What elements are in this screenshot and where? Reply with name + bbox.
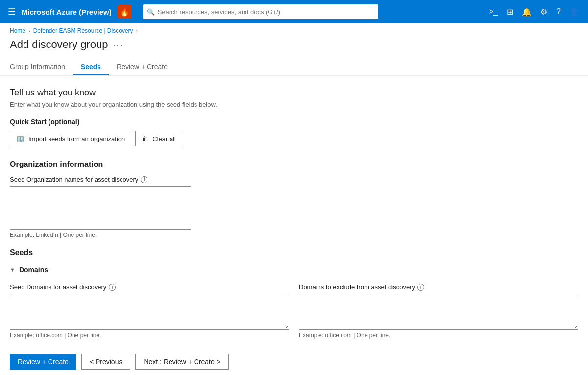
page-header: Add discovery group ··· [0,38,588,59]
top-navigation: ☰ Microsoft Azure (Preview) 🔥 🔍 >_ ⊞ 🔔 ⚙… [0,0,588,23]
trash-icon: 🗑 [142,135,148,142]
search-input[interactable] [158,8,374,16]
app-icon: 🔥 [118,5,131,19]
seed-domains-hint: Example: office.com | One per line. [10,332,289,339]
domains-content: Seed Domains for asset discovery i Examp… [10,276,578,348]
exclude-domains-hint: Example: office.com | One per line. [299,332,578,339]
clear-all-label: Clear all [152,135,176,142]
search-icon: 🔍 [147,8,155,16]
seed-domains-info-icon[interactable]: i [109,284,116,291]
seed-domains-field: Seed Domains for asset discovery i Examp… [10,283,289,348]
page-title: Add discovery group [10,38,108,51]
seed-org-hint: Example: LinkedIn | One per line. [10,232,578,238]
import-icon: 🏢 [16,135,24,142]
seed-org-label: Seed Organization names for asset discov… [10,176,578,183]
seeds-section: Seeds ▼ Domains Seed Domains for asset d… [10,248,578,348]
search-bar[interactable]: 🔍 [143,4,378,19]
org-info-section: Organization information Seed Organizati… [10,160,578,238]
domains-fields: Seed Domains for asset discovery i Examp… [10,283,578,348]
domains-header[interactable]: ▼ Domains [10,264,578,276]
breadcrumb: Home › Defender EASM Resource | Discover… [0,23,588,38]
breadcrumb-separator-2: › [136,28,138,34]
seed-org-info-icon[interactable]: i [141,176,147,183]
tab-bar: Group Information Seeds Review + Create [0,59,588,76]
exclude-domains-field: Domains to exclude from asset discovery … [299,283,578,348]
seed-domains-textarea[interactable] [10,294,289,330]
notifications-icon[interactable]: 🔔 [519,5,535,19]
quick-start-buttons: 🏢 Import seeds from an organization 🗑 Cl… [10,131,578,146]
section-title: Tell us what you know [10,88,578,98]
import-seeds-button[interactable]: 🏢 Import seeds from an organization [10,131,131,146]
portal-settings-icon[interactable]: ⊞ [504,5,516,19]
account-icon[interactable]: 👤 [566,5,582,19]
quick-start-label: Quick Start (optional) [10,118,578,126]
main-content: Tell us what you know Enter what you kno… [0,76,588,348]
seed-org-textarea[interactable] [10,186,191,230]
main-scroll-area: Home › Defender EASM Resource | Discover… [0,23,588,348]
more-options-icon[interactable]: ··· [113,40,123,50]
clear-all-button[interactable]: 🗑 Clear all [135,131,182,146]
tab-seeds[interactable]: Seeds [73,59,109,75]
domains-section: ▼ Domains Seed Domains for asset discove… [10,264,578,348]
app-title: Microsoft Azure (Preview) [22,8,112,16]
tab-group-information[interactable]: Group Information [10,59,73,75]
cloud-shell-icon[interactable]: >_ [486,5,501,18]
domains-chevron-icon: ▼ [10,267,15,273]
seed-domains-label: Seed Domains for asset discovery i [10,283,289,291]
org-info-title: Organization information [10,160,578,169]
breadcrumb-separator-1: › [28,28,30,34]
breadcrumb-discovery[interactable]: Defender EASM Resource | Discovery [33,27,133,34]
tab-review-create[interactable]: Review + Create [109,59,175,75]
domains-label: Domains [19,266,48,274]
seeds-title: Seeds [10,248,578,257]
hamburger-menu-icon[interactable]: ☰ [6,4,18,19]
nav-actions: >_ ⊞ 🔔 ⚙ ? 👤 [486,5,582,19]
exclude-domains-textarea[interactable] [299,294,578,330]
exclude-domains-info-icon[interactable]: i [417,284,424,291]
settings-icon[interactable]: ⚙ [538,5,550,19]
help-icon[interactable]: ? [553,5,564,18]
import-seeds-label: Import seeds from an organization [28,135,125,142]
breadcrumb-home[interactable]: Home [10,27,25,34]
exclude-domains-label: Domains to exclude from asset discovery … [299,283,578,291]
quick-start-section: Quick Start (optional) 🏢 Import seeds fr… [10,118,578,146]
section-description: Enter what you know about your organizat… [10,101,578,108]
